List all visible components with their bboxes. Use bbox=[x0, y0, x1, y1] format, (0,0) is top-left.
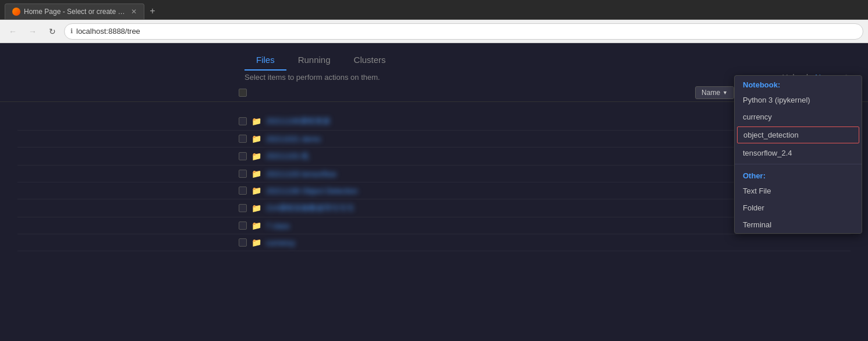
tab-title: Home Page - Select or create a n bbox=[24, 8, 127, 16]
select-all-checkbox[interactable] bbox=[239, 89, 247, 97]
address-bar-row: ← → ↻ ℹ localhost:8888/tree bbox=[0, 20, 868, 43]
tab-files[interactable]: Files bbox=[245, 50, 286, 71]
jupyter-nav: Files Running Clusters bbox=[0, 43, 868, 71]
main-content: Files Running Clusters Select items to p… bbox=[0, 43, 868, 320]
file-name: 20211103 tensorflow bbox=[266, 170, 336, 178]
file-checkbox[interactable] bbox=[239, 238, 247, 247]
folder-icon: 📁 bbox=[251, 203, 261, 213]
folder-icon: 📁 bbox=[251, 221, 261, 230]
dropdown-item-tensorflow[interactable]: tensorflow_2.4 bbox=[735, 145, 862, 161]
list-item[interactable]: 📁 currency bbox=[17, 234, 851, 251]
list-item[interactable]: 📁 20211103 tensorflow bbox=[17, 166, 851, 182]
file-name: currency bbox=[266, 238, 295, 247]
tab-close-button[interactable]: ✕ bbox=[131, 8, 137, 16]
file-checkbox[interactable] bbox=[239, 152, 247, 160]
file-name: 214课程实验数据导引引引 bbox=[266, 203, 355, 213]
file-name: 20211101 机 bbox=[266, 151, 309, 161]
address-bar[interactable]: ℹ localhost:8888/tree bbox=[64, 23, 863, 40]
file-checkbox[interactable] bbox=[239, 117, 247, 125]
file-checkbox[interactable] bbox=[239, 204, 247, 212]
select-hint: Select items to perform actions on them. bbox=[245, 73, 380, 82]
tab-favicon bbox=[12, 8, 20, 16]
address-text: localhost:8888/tree bbox=[76, 27, 140, 36]
new-tab-button[interactable]: + bbox=[144, 3, 161, 19]
sort-label: Name bbox=[702, 89, 720, 97]
dropdown-item-terminal[interactable]: Terminal bbox=[735, 216, 862, 233]
tab-running[interactable]: Running bbox=[286, 50, 342, 71]
list-item[interactable]: 📁 20211106课程资源 bbox=[17, 113, 851, 131]
sort-arrow-icon: ▼ bbox=[722, 90, 728, 96]
dropdown-item-object-detection[interactable]: object_detection bbox=[737, 126, 859, 143]
tab-clusters[interactable]: Clusters bbox=[342, 50, 398, 71]
refresh-button[interactable]: ↻ bbox=[44, 23, 61, 40]
notebook-section-label: Notebook: bbox=[735, 76, 862, 92]
list-item[interactable]: 📁 214课程实验数据导引引引 bbox=[17, 199, 851, 217]
file-name: 20211106课程资源 bbox=[266, 116, 330, 126]
list-item[interactable]: 📁 7 class bbox=[17, 217, 851, 234]
file-checkbox[interactable] bbox=[239, 187, 247, 195]
folder-icon: 📁 bbox=[251, 134, 261, 143]
tab-bar: Home Page - Select or create a n ✕ + bbox=[0, 0, 868, 20]
list-item[interactable]: 📁 20211101 机 bbox=[17, 147, 851, 166]
dropdown-divider bbox=[735, 164, 862, 164]
file-name: 20211021 demo bbox=[266, 135, 321, 143]
back-button[interactable]: ← bbox=[5, 23, 21, 40]
list-item[interactable]: 📁 20211021 demo bbox=[17, 131, 851, 147]
file-checkbox[interactable] bbox=[239, 135, 247, 143]
folder-icon: 📁 bbox=[251, 169, 261, 178]
security-icon: ℹ bbox=[70, 27, 73, 35]
dropdown-item-currency[interactable]: currency bbox=[735, 108, 862, 125]
folder-icon: 📁 bbox=[251, 186, 261, 195]
browser-tab[interactable]: Home Page - Select or create a n ✕ bbox=[5, 3, 144, 19]
other-section-label: Other: bbox=[735, 167, 862, 182]
name-sort-button[interactable]: Name ▼ bbox=[695, 86, 734, 99]
list-item[interactable]: 📁 20211106 Object Detection bbox=[17, 182, 851, 199]
new-dropdown-menu: Notebook: Python 3 (ipykernel) currency … bbox=[734, 75, 862, 234]
dropdown-item-folder[interactable]: Folder bbox=[735, 199, 862, 216]
dropdown-item-text-file[interactable]: Text File bbox=[735, 182, 862, 199]
file-checkbox[interactable] bbox=[239, 222, 247, 230]
file-name: 7 class bbox=[266, 222, 289, 230]
folder-icon: 📁 bbox=[251, 152, 261, 161]
dropdown-item-python3[interactable]: Python 3 (ipykernel) bbox=[735, 92, 862, 108]
folder-icon: 📁 bbox=[251, 238, 261, 247]
folder-icon: 📁 bbox=[251, 117, 261, 126]
forward-button[interactable]: → bbox=[24, 23, 41, 40]
file-checkbox[interactable] bbox=[239, 170, 247, 178]
file-name: 20211106 Object Detection bbox=[266, 187, 358, 195]
